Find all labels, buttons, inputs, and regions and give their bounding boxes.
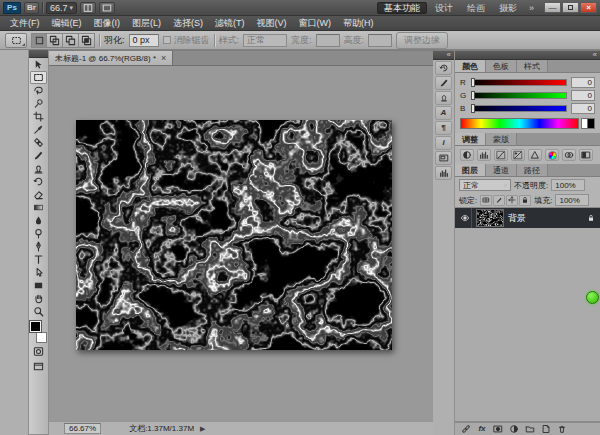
blur-tool[interactable] [30,214,47,227]
eyedropper-tool[interactable] [30,123,47,136]
color-tab-2[interactable]: 样式 [517,60,548,72]
collapse-dock-button[interactable]: « [433,51,454,60]
spot-healing-tool[interactable] [30,136,47,149]
dock-info-icon[interactable]: i [435,136,452,150]
workspace-button-0[interactable]: 基本功能 [377,2,427,14]
workspace-button-2[interactable]: 绘画 [461,2,491,14]
document-canvas[interactable] [76,120,392,350]
layer-style-button[interactable]: fx [475,424,489,435]
layer-row-background[interactable]: 背景 [455,208,600,228]
dock-history-icon[interactable] [435,61,452,75]
levels-adjustment-icon[interactable] [477,149,491,161]
bridge-icon[interactable]: Br [24,2,39,14]
status-menu-arrow[interactable]: ▶ [200,425,205,433]
curves-adjustment-icon[interactable] [494,149,508,161]
menu-item-4[interactable]: 选择(S) [167,16,209,31]
layer-mask-button[interactable] [491,424,505,435]
pen-tool[interactable] [30,240,47,253]
workspace-button-3[interactable]: 摄影 [493,2,523,14]
menu-item-8[interactable]: 帮助(H) [337,16,380,31]
brightness-contrast-adjustment-icon[interactable] [460,149,474,161]
status-zoom-field[interactable]: 66.67% [64,423,101,434]
menu-item-6[interactable]: 视图(V) [251,16,293,31]
quick-selection-tool[interactable] [30,97,47,110]
lock-all-button[interactable] [519,195,531,206]
slider-handle[interactable] [471,104,475,113]
adjust-tab-0[interactable]: 调整 [455,133,486,145]
type-tool[interactable] [30,253,47,266]
layers-tab-1[interactable]: 通道 [486,164,517,176]
eraser-tool[interactable] [30,188,47,201]
lock-position-button[interactable] [506,195,518,206]
restore-button[interactable] [562,2,579,13]
channel-slider-G[interactable] [471,92,567,99]
channel-slider-R[interactable] [471,79,567,86]
intersect-selection-button[interactable] [79,33,95,48]
minimize-button[interactable]: — [544,2,561,13]
layers-tab-2[interactable]: 路径 [517,164,548,176]
subtract-selection-button[interactable] [63,33,79,48]
foreground-color-swatch[interactable] [30,321,41,332]
toolbar-grip[interactable] [29,50,48,58]
opacity-value[interactable]: 100% ▾ [551,179,585,191]
dodge-tool[interactable] [30,227,47,240]
channel-value-G[interactable]: 0 [571,90,595,101]
channel-value-R[interactable]: 0 [571,77,595,88]
lock-transparency-button[interactable] [480,195,492,206]
white-swatch[interactable] [581,118,588,129]
vibrance-adjustment-icon[interactable] [528,149,542,161]
background-color-swatch[interactable] [36,332,47,343]
hand-tool[interactable] [30,292,47,305]
quick-mask-button[interactable] [30,345,47,358]
black-swatch[interactable] [588,118,595,129]
gradient-tool[interactable] [30,201,47,214]
zoom-tool[interactable] [30,305,47,318]
layer-visibility-toggle[interactable] [458,208,472,228]
link-layers-button[interactable] [459,424,473,435]
screen-mode-button[interactable] [30,360,47,373]
color-tab-1[interactable]: 色板 [486,60,517,72]
menu-item-7[interactable]: 窗口(W) [293,16,338,31]
menu-item-2[interactable]: 图像(I) [88,16,127,31]
black-white-adjustment-icon[interactable] [579,149,593,161]
menu-item-5[interactable]: 滤镜(T) [209,16,251,31]
layer-group-button[interactable] [523,424,537,435]
menu-item-1[interactable]: 编辑(E) [46,16,88,31]
rectangular-marquee-tool[interactable] [30,71,47,84]
dock-navigator-icon[interactable] [435,151,452,165]
new-selection-button[interactable] [31,33,47,48]
tab-close-icon[interactable]: × [161,54,166,63]
blend-mode-select[interactable]: 正常 ▾ [459,179,511,191]
close-button[interactable]: × [580,2,597,13]
dock-histogram-icon[interactable] [435,166,452,180]
delete-layer-button[interactable] [555,424,569,435]
adjust-tab-1[interactable]: 蒙版 [486,133,517,145]
workspace-button-1[interactable]: 设计 [429,2,459,14]
lock-pixels-button[interactable] [493,195,505,206]
crop-tool[interactable] [30,110,47,123]
feather-input[interactable]: 0 px [129,34,159,47]
path-selection-tool[interactable] [30,266,47,279]
channel-slider-B[interactable] [471,105,567,112]
slider-handle[interactable] [471,91,475,100]
screen-mode-icon[interactable] [99,2,115,14]
color-tab-0[interactable]: 颜色 [455,60,486,72]
color-spectrum-ramp[interactable] [460,118,579,129]
exposure-adjustment-icon[interactable] [511,149,525,161]
collapse-panels-button[interactable]: « [455,51,600,60]
layers-tab-0[interactable]: 图层 [455,164,486,176]
more-workspaces-button[interactable]: » [526,3,537,13]
rectangle-tool[interactable] [30,279,47,292]
photoshop-logo[interactable]: Ps [3,2,21,14]
dock-character-icon[interactable]: A [435,106,452,120]
zoom-level-control[interactable]: 66.7 ▾ [46,2,77,14]
brush-tool[interactable] [30,149,47,162]
arrange-documents-icon[interactable] [80,2,96,14]
menu-item-0[interactable]: 文件(F) [4,16,46,31]
history-brush-tool[interactable] [30,175,47,188]
document-tab[interactable]: 未标题-1 @ 66.7%(RGB/8) * × [49,51,173,65]
color-balance-adjustment-icon[interactable] [562,149,576,161]
move-tool[interactable] [30,58,47,71]
clone-stamp-tool[interactable] [30,162,47,175]
lasso-tool[interactable] [30,84,47,97]
